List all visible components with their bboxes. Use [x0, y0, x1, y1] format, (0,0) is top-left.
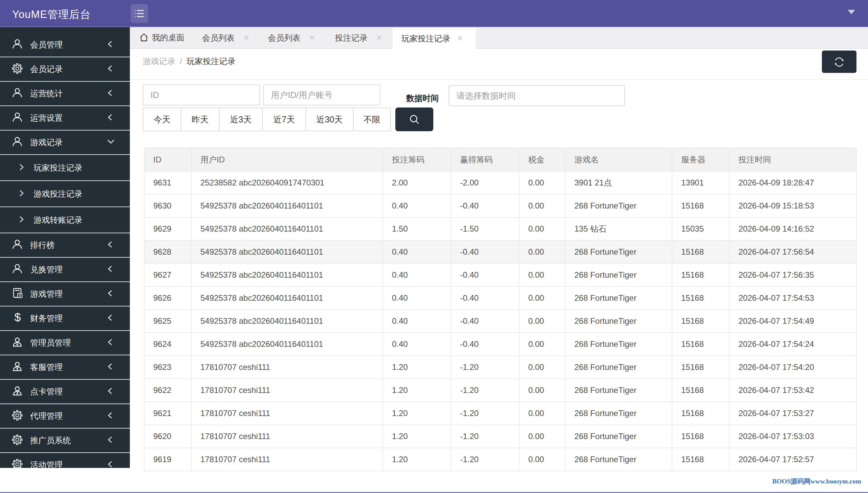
- svg-text:$: $: [15, 312, 21, 323]
- svg-text:$: $: [19, 294, 21, 297]
